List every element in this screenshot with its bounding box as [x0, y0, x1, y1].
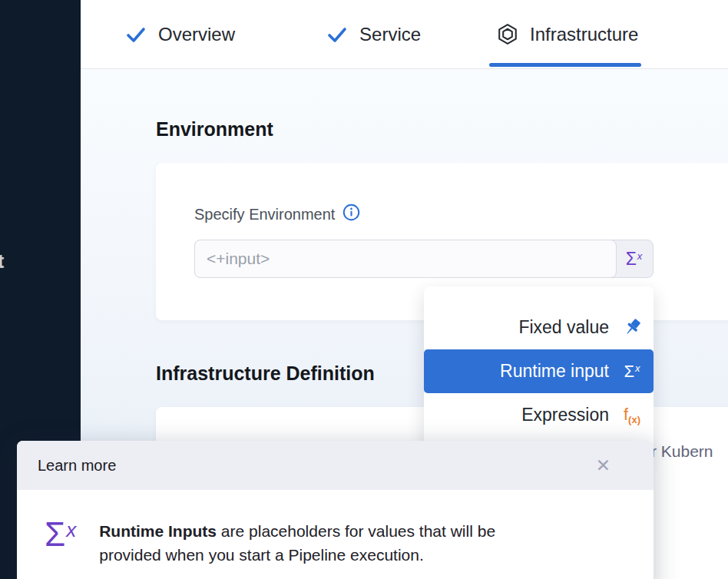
environment-input-group: Σx [194, 240, 654, 278]
check-icon [326, 24, 348, 45]
menu-item-expression[interactable]: Expression f(x) [424, 393, 654, 437]
menu-item-label: Expression [521, 405, 609, 425]
pin-icon [618, 314, 646, 342]
tab-overview-label: Overview [158, 24, 235, 45]
stage-tabs: Overview Service Infrastructure [81, 0, 728, 69]
close-icon[interactable]: ✕ [596, 457, 611, 475]
tab-service[interactable]: Service [326, 0, 421, 68]
environment-heading: Environment [156, 118, 273, 141]
learn-more-title: Learn more [38, 457, 116, 475]
menu-item-label: Runtime input [500, 361, 609, 382]
tab-infrastructure[interactable]: Infrastructure [497, 0, 638, 68]
tab-service-label: Service [359, 24, 421, 45]
tab-overview[interactable]: Overview [125, 0, 235, 68]
runtime-input-type-button[interactable]: Σx [615, 240, 653, 277]
sigma-icon: Σx [626, 250, 643, 268]
value-type-menu: Fixed value Runtime input Σx Expression [424, 286, 654, 452]
menu-item-label: Fixed value [518, 317, 609, 338]
learn-more-popup: Learn more ✕ Σx Runtime Inputs are place… [17, 441, 654, 579]
learn-more-header: Learn more ✕ [17, 441, 654, 490]
environment-input[interactable] [194, 240, 617, 278]
check-icon [125, 24, 147, 45]
learn-more-body: Σx Runtime Inputs are placeholders for v… [17, 490, 654, 567]
sigma-icon: Σx [45, 519, 76, 567]
sidebar-clipped-label: t [0, 250, 4, 273]
menu-item-runtime-input[interactable]: Runtime input Σx [424, 349, 654, 393]
infrastructure-definition-heading: Infrastructure Definition [156, 362, 375, 385]
learn-more-text: Runtime Inputs are placeholders for valu… [99, 519, 495, 567]
tab-infrastructure-label: Infrastructure [530, 24, 638, 45]
menu-item-fixed-value[interactable]: Fixed value [424, 306, 654, 349]
app-window: t Overview Service Infrastructure [0, 0, 728, 579]
sigma-icon: Σx [618, 358, 646, 385]
hexagon-icon [497, 23, 518, 45]
info-icon[interactable] [342, 203, 360, 225]
fx-icon: f(x) [618, 402, 646, 429]
clipped-kubernetes-text: r Kubern [651, 442, 713, 461]
specify-environment-label-row: Specify Environment [194, 203, 360, 225]
specify-environment-label: Specify Environment [194, 206, 335, 223]
